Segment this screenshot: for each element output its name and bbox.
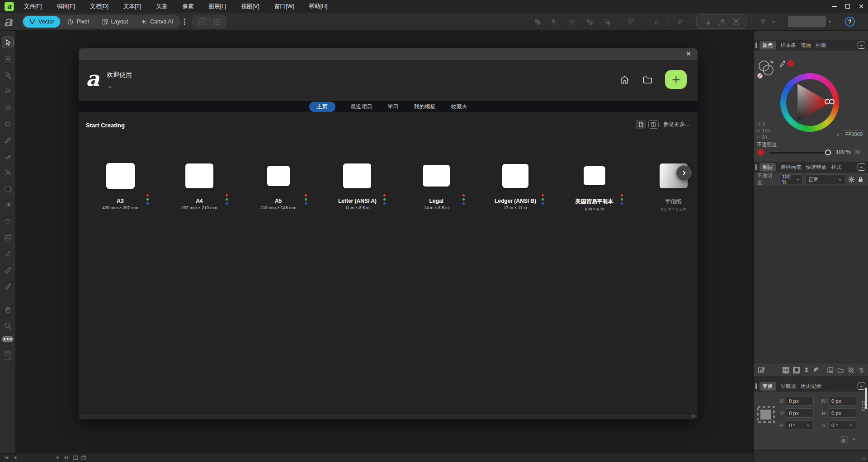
transform-field-w[interactable]: 0 px	[828, 396, 856, 406]
boolean-union-icon[interactable]	[533, 13, 542, 31]
transform-origin-icon[interactable]	[840, 435, 849, 444]
panel-drag-handle[interactable]	[755, 42, 757, 48]
close-button[interactable]: ✕	[854, 0, 868, 13]
open-file-button[interactable]	[642, 74, 653, 85]
title-chevron-icon[interactable]	[108, 84, 113, 89]
dialog-close-icon[interactable]: ✕	[686, 50, 691, 57]
mode-pixel-button[interactable]: Pixel	[61, 16, 94, 28]
align-icon[interactable]	[677, 13, 685, 31]
resize-grip[interactable]	[692, 414, 696, 418]
mode-layout-button[interactable]: Layout	[96, 16, 134, 28]
more-tools[interactable]	[2, 336, 14, 342]
zoom-tool[interactable]	[2, 320, 14, 331]
eyedropper-tool[interactable]	[2, 280, 14, 292]
template-card[interactable]: 美国贸易平装本9 in × 6 in	[565, 162, 624, 211]
color-tab-appearance[interactable]: 外观	[816, 42, 826, 49]
boolean-subtract-icon[interactable]	[550, 13, 558, 31]
knife-tool[interactable]	[2, 167, 14, 178]
layer-lock-icon[interactable]	[858, 176, 863, 183]
hand-tool[interactable]	[2, 303, 14, 315]
collapse-color-panel-button[interactable]	[858, 42, 865, 49]
transparency-icon[interactable]	[848, 367, 854, 373]
measure-tool[interactable]	[2, 264, 14, 276]
grid-icon[interactable]	[212, 18, 221, 26]
boolean-divide-icon[interactable]	[603, 13, 611, 31]
shape-blob-tool[interactable]	[2, 118, 14, 130]
new-group-icon[interactable]	[837, 367, 844, 373]
layer-fx-icon[interactable]: FX	[783, 367, 789, 373]
eyedropper-icon[interactable]	[778, 60, 787, 68]
dialog-titlebar[interactable]: ✕	[79, 48, 698, 60]
menu-document[interactable]: 文档[D]	[90, 3, 108, 10]
more-options-icon[interactable]	[182, 17, 187, 26]
clipping-mask-icon[interactable]	[803, 367, 810, 373]
menu-help[interactable]: 帮助[H]	[309, 3, 327, 10]
edit-layer-icon[interactable]	[757, 366, 765, 374]
layers-tab-layers[interactable]: 图层	[760, 163, 776, 172]
transform-field-r[interactable]: 0 °	[786, 420, 814, 430]
see-more-link[interactable]: 参见更多...	[663, 121, 689, 128]
menu-window[interactable]: 窗口[W]	[274, 3, 294, 10]
skip-to-start-icon[interactable]	[4, 455, 9, 461]
transform-field-h[interactable]: 0 px	[828, 408, 856, 418]
frames-icon[interactable]	[81, 455, 87, 461]
opacity-slider[interactable]	[769, 152, 830, 154]
brush-tool[interactable]	[2, 150, 14, 162]
blend-mode-dropdown[interactable]: 正常	[806, 174, 845, 184]
dialog-tab-home[interactable]: 主页	[309, 102, 335, 112]
mode-canva-ai-button[interactable]: Canva AI	[135, 16, 179, 28]
rectangle-tool[interactable]	[2, 183, 14, 195]
dialog-tab-favorites[interactable]: 收藏夹	[451, 103, 467, 111]
document-presets-view-button[interactable]	[636, 120, 646, 129]
transform-origin-dropdown[interactable]	[851, 437, 856, 442]
menu-layer[interactable]: 图层[L]	[208, 3, 226, 10]
duplicate-icon[interactable]	[627, 13, 636, 31]
auto-trace-icon[interactable]: A	[198, 18, 206, 26]
skip-to-end-icon[interactable]	[63, 455, 69, 461]
snapping-dropdown-icon[interactable]	[771, 19, 776, 24]
image-tool[interactable]	[2, 232, 14, 243]
home-button[interactable]	[619, 74, 630, 85]
template-card[interactable]: Ledger (ANSI B)17 in × 11 in	[486, 162, 545, 210]
zoom-level-dropdown[interactable]	[788, 16, 826, 27]
hue-ring-handle[interactable]	[829, 99, 835, 104]
menu-vector[interactable]: 矢量	[156, 3, 167, 10]
select-bounds-icon[interactable]	[703, 17, 712, 26]
dialog-tab-learn[interactable]: 学习	[388, 103, 399, 111]
layer-settings-gear-icon[interactable]	[848, 176, 855, 183]
template-card[interactable]: Letter (ANSI A)11 in × 8.5 in	[328, 162, 387, 210]
pencil-tool[interactable]	[2, 134, 14, 146]
transform-tab-navigator[interactable]: 导航器	[781, 383, 797, 390]
layers-tab-styles[interactable]: 样式	[831, 164, 842, 171]
transform-tab-history[interactable]: 历史记录	[801, 383, 821, 390]
template-card[interactable]: A4297 mm × 210 mm	[170, 162, 229, 210]
layers-tab-quick-fx[interactable]: 快速特效	[806, 164, 827, 171]
menu-text[interactable]: 文本[T]	[123, 3, 142, 10]
menu-edit[interactable]: 编辑[E]	[57, 3, 75, 10]
hex-input[interactable]: FF0000	[843, 130, 863, 138]
template-card[interactable]: A3420 mm × 297 mm	[91, 162, 150, 210]
layer-opacity-dropdown[interactable]: 100 %	[779, 174, 803, 184]
node-tool[interactable]	[2, 85, 14, 97]
template-presets-view-button[interactable]	[648, 120, 659, 129]
opacity-dropdown[interactable]	[854, 149, 861, 155]
transform-field-s[interactable]: 0 °	[828, 420, 856, 430]
text-frame-tool[interactable]	[2, 215, 14, 227]
panel-scrollbar[interactable]	[865, 387, 867, 409]
panel-drag-handle[interactable]	[755, 383, 757, 389]
delete-layer-icon[interactable]	[858, 367, 864, 373]
previous-frame-icon[interactable]	[12, 455, 18, 461]
snapping-magnet-icon[interactable]	[760, 18, 767, 26]
layer-mask-icon[interactable]	[793, 367, 800, 373]
boolean-exclude-icon[interactable]	[585, 13, 594, 31]
frame-panel-icon[interactable]	[72, 455, 78, 461]
zoom-dropdown-icon[interactable]	[827, 19, 832, 24]
resize-grip[interactable]	[862, 457, 866, 461]
color-wheel[interactable]	[780, 73, 839, 132]
new-image-layer-icon[interactable]	[827, 367, 834, 373]
canvas-area[interactable]: ✕ a 欢迎使用 主页最近项目学习我的模板收藏夹 Start Creating …	[15, 31, 753, 453]
add-anchor-tool[interactable]	[2, 248, 14, 260]
new-document-button[interactable]	[665, 70, 687, 89]
maximize-button[interactable]	[841, 0, 854, 13]
dialog-tab-my-templates[interactable]: 我的模板	[414, 103, 436, 111]
